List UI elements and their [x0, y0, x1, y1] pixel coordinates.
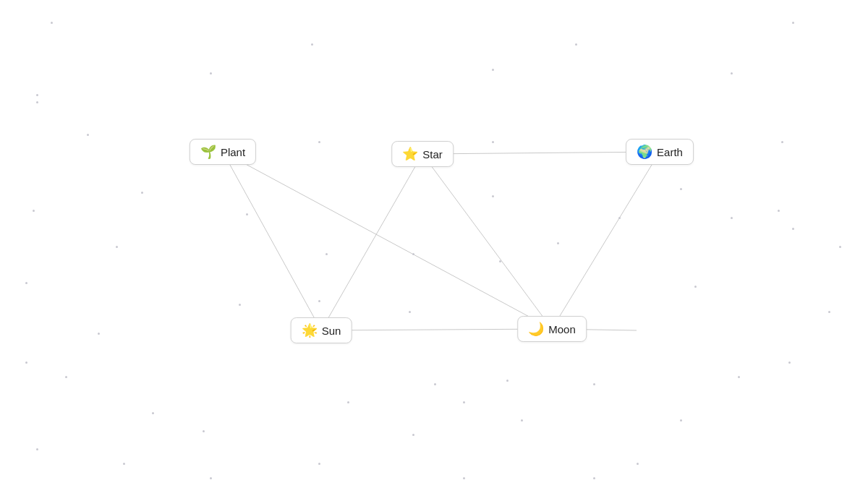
scatter-dot [409, 311, 411, 313]
scatter-dot [210, 72, 212, 74]
scatter-dot [499, 260, 501, 262]
scatter-dot [123, 463, 125, 465]
edges-svg [0, 0, 868, 488]
scatter-dot [326, 253, 328, 255]
star-label: Star [422, 148, 443, 160]
scatter-dot [87, 134, 89, 136]
scatter-dot [141, 192, 143, 194]
scatter-dot [36, 94, 38, 96]
node-star[interactable]: ⭐Star [391, 141, 454, 167]
scatter-dot [311, 43, 313, 46]
edge-line [223, 152, 321, 330]
scatter-dot [792, 22, 794, 24]
scatter-dot [492, 195, 494, 197]
scatter-dot [618, 217, 621, 219]
scatter-dot [557, 242, 559, 244]
scatter-dot [521, 419, 523, 421]
scatter-dot [412, 253, 414, 255]
edge-line [321, 154, 422, 330]
moon-icon: 🌙 [528, 322, 544, 335]
edge-line [422, 154, 552, 329]
earth-icon: 🌍 [637, 145, 652, 158]
scatter-dot [731, 217, 733, 219]
scatter-dot [116, 246, 118, 248]
node-sun[interactable]: 🌟Sun [291, 317, 352, 343]
scatter-dot [347, 401, 349, 403]
plant-icon: 🌱 [200, 145, 216, 158]
scatter-dot [25, 361, 27, 364]
scatter-dot [637, 463, 639, 465]
scatter-dot [506, 380, 509, 382]
scatter-dot [463, 401, 465, 403]
scatter-dot [318, 141, 320, 143]
scatter-dot [65, 376, 67, 378]
scatter-dot [492, 69, 494, 71]
scatter-dot [792, 228, 794, 230]
scatter-dot [731, 72, 733, 74]
scatter-dot [839, 246, 841, 248]
scatter-dot [463, 477, 465, 479]
scatter-dot [781, 141, 783, 143]
edge-line [552, 152, 660, 329]
scatter-dot [36, 101, 38, 103]
scatter-dot [203, 430, 205, 432]
sun-icon: 🌟 [302, 324, 318, 337]
scatter-dot [210, 477, 212, 479]
scatter-dot [412, 434, 414, 436]
scatter-dot [36, 448, 38, 450]
edge-line [422, 152, 660, 154]
moon-label: Moon [548, 323, 576, 335]
scatter-dot [434, 383, 436, 385]
scatter-dot [33, 210, 35, 212]
scatter-dot [152, 412, 154, 414]
scatter-dot [318, 463, 320, 465]
scatter-dot [246, 213, 248, 215]
sun-label: Sun [322, 325, 341, 337]
node-earth[interactable]: 🌍Earth [626, 139, 694, 165]
scatter-dot [25, 282, 27, 284]
edge-line [223, 152, 552, 329]
scatter-dot [239, 304, 241, 306]
star-icon: ⭐ [402, 147, 418, 160]
node-plant[interactable]: 🌱Plant [190, 139, 256, 165]
scatter-dot [575, 43, 577, 46]
earth-label: Earth [657, 146, 683, 158]
scatter-dot [51, 22, 53, 24]
scatter-dot [593, 383, 595, 385]
scatter-dot [492, 141, 494, 143]
scatter-dot [98, 333, 100, 335]
scatter-dot [694, 286, 697, 288]
scatter-dot [788, 361, 791, 364]
scatter-dot [318, 300, 320, 302]
scatter-dot [778, 210, 780, 212]
scatter-dot [680, 188, 682, 190]
plant-label: Plant [221, 146, 245, 158]
scatter-dot [593, 477, 595, 479]
node-moon[interactable]: 🌙Moon [517, 316, 587, 342]
scatter-dot [680, 419, 682, 421]
scatter-dot [828, 311, 830, 313]
graph-canvas: 🌱Plant⭐Star🌍Earth🌟Sun🌙Moon [0, 0, 868, 488]
scatter-dot [738, 376, 740, 378]
